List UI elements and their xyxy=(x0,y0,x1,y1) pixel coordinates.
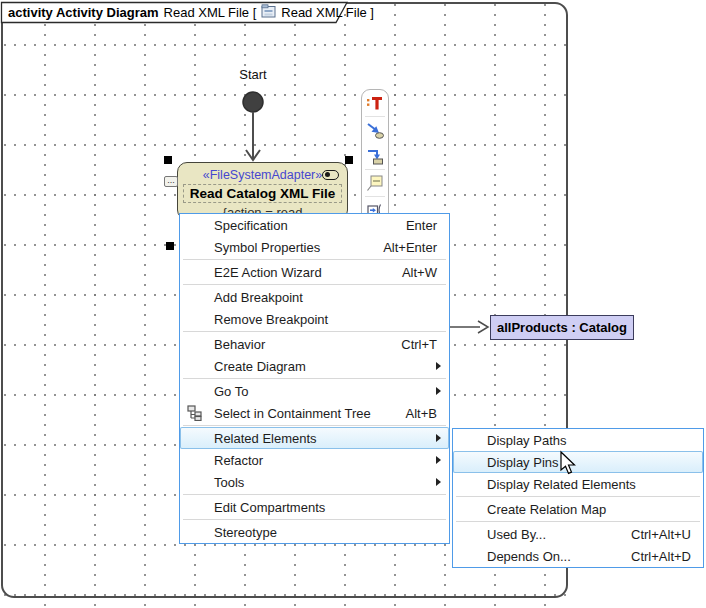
menu-item-label: Tools xyxy=(214,475,244,490)
menu-item-label: Edit Compartments xyxy=(214,500,325,515)
menu-item-depends-on[interactable]: Depends On... Ctrl+Alt+D xyxy=(453,545,703,567)
menu-item-display-paths[interactable]: Display Paths xyxy=(453,429,703,451)
menu-item-refactor[interactable]: Refactor xyxy=(180,449,449,471)
menu-item-label: Select in Containment Tree xyxy=(214,406,371,421)
stereotype-text-icon[interactable] xyxy=(364,90,386,116)
menu-item-go-to[interactable]: Go To xyxy=(180,380,449,402)
menu-item-label: E2E Action Wizard xyxy=(214,265,322,280)
menu-item-shortcut: Ctrl+Alt+U xyxy=(611,527,691,542)
comment-anchor-icon[interactable] xyxy=(364,170,386,196)
menu-item-label: Related Elements xyxy=(214,431,317,446)
menu-item-display-pins[interactable]: Display Pins xyxy=(453,451,703,473)
menu-item-label: Create Relation Map xyxy=(487,502,606,517)
start-node-label: Start xyxy=(213,67,293,82)
menu-item-tools[interactable]: Tools xyxy=(180,471,449,493)
menu-item-shortcut: Enter xyxy=(386,218,437,233)
menu-item-label: Stereotype xyxy=(214,525,277,540)
menu-item-label: Add Breakpoint xyxy=(214,290,303,305)
selection-handle-top-right[interactable] xyxy=(345,156,353,164)
submenu-arrow-icon xyxy=(436,434,441,442)
diagram-header: activity Activity Diagram Read XML File … xyxy=(8,5,374,20)
menu-item-remove-breakpoint[interactable]: Remove Breakpoint xyxy=(180,308,449,330)
selection-handle-mid-left[interactable] xyxy=(166,242,174,250)
menu-item-used-by[interactable]: Used By... Ctrl+Alt+U xyxy=(453,523,703,545)
diagram-kind-label: activity Activity Diagram xyxy=(8,5,159,20)
menu-item-label: Display Pins xyxy=(487,455,559,470)
menu-item-label: Used By... xyxy=(487,527,546,542)
action-name-label[interactable]: Read Catalog XML File xyxy=(183,184,342,203)
menu-item-label: Go To xyxy=(214,384,248,399)
menu-item-shortcut: Alt+B xyxy=(386,406,437,421)
menu-item-create-diagram[interactable]: Create Diagram xyxy=(180,355,449,377)
action-stereotype-label: «FileSystemAdapter» xyxy=(203,168,323,182)
containment-tree-icon xyxy=(187,405,203,424)
menu-item-edit-compartments[interactable]: Edit Compartments xyxy=(180,496,449,518)
activity-diagram-icon xyxy=(261,4,276,21)
submenu-arrow-icon xyxy=(436,478,441,486)
menu-item-create-relation-map[interactable]: Create Relation Map xyxy=(453,498,703,520)
menu-item-label: Specification xyxy=(214,218,288,233)
menu-item-label: Remove Breakpoint xyxy=(214,312,328,327)
object-flow-icon[interactable] xyxy=(364,143,386,169)
menu-item-related-elements[interactable]: Related Elements xyxy=(180,427,449,449)
menu-item-add-breakpoint[interactable]: Add Breakpoint xyxy=(180,286,449,308)
menu-item-label: Symbol Properties xyxy=(214,240,320,255)
diagram-name-close: Read XML File ] xyxy=(281,5,374,20)
context-menu: Specification Enter Symbol Properties Al… xyxy=(179,213,450,544)
menu-item-behavior[interactable]: Behavior Ctrl+T xyxy=(180,333,449,355)
menu-item-shortcut: Alt+Enter xyxy=(363,240,437,255)
submenu-arrow-icon xyxy=(436,387,441,395)
selection-handle-top-left[interactable] xyxy=(164,156,172,164)
menu-item-specification[interactable]: Specification Enter xyxy=(180,214,449,236)
object-node-allproducts[interactable]: allProducts : Catalog xyxy=(490,315,634,340)
compartment-dots-button[interactable]: ... xyxy=(164,176,178,187)
menu-item-label: Depends On... xyxy=(487,549,571,564)
menu-item-stereotype[interactable]: Stereotype xyxy=(180,521,449,543)
menu-item-label: Create Diagram xyxy=(214,359,306,374)
diagram-editor: activity Activity Diagram Read XML File … xyxy=(0,0,706,608)
menu-item-symbol-properties[interactable]: Symbol Properties Alt+Enter xyxy=(180,236,449,258)
menu-item-label: Display Related Elements xyxy=(487,477,636,492)
submenu-arrow-icon xyxy=(436,456,441,464)
menu-item-select-in-containment-tree[interactable]: Select in Containment Tree Alt+B xyxy=(180,402,449,424)
action-node-read-catalog[interactable]: «FileSystemAdapter» Read Catalog XML Fil… xyxy=(177,162,348,220)
smart-manipulator-toolbar xyxy=(361,89,389,230)
menu-item-label: Display Paths xyxy=(487,433,566,448)
menu-item-shortcut: Alt+W xyxy=(382,265,437,280)
related-elements-submenu: Display Paths Display Pins Display Relat… xyxy=(452,428,704,568)
menu-item-shortcut: Ctrl+T xyxy=(381,337,437,352)
diagram-name-open: Read XML File [ xyxy=(164,5,257,20)
control-flow-icon[interactable] xyxy=(364,117,386,143)
behavior-indicator-icon[interactable] xyxy=(322,170,339,180)
menu-item-e2e-action-wizard[interactable]: E2E Action Wizard Alt+W xyxy=(180,261,449,283)
menu-item-label: Behavior xyxy=(214,337,265,352)
submenu-arrow-icon xyxy=(436,362,441,370)
menu-item-display-related-elements[interactable]: Display Related Elements xyxy=(453,473,703,495)
menu-item-label: Refactor xyxy=(214,453,263,468)
menu-item-shortcut: Ctrl+Alt+D xyxy=(611,549,691,564)
